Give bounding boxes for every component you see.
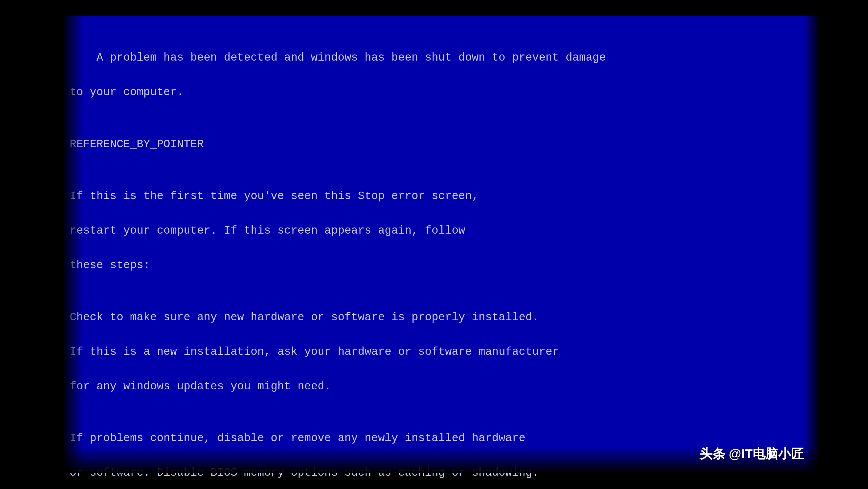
line2: to your computer. [70,86,184,99]
bsod-main-text: A problem has been detected and windows … [70,32,798,489]
watermark-text: 头条 @IT电脑小匠 [700,446,804,462]
line8: If this is a new installation, ask your … [70,346,559,358]
line4: If this is the first time you've seen th… [70,190,478,202]
line9: for any windows updates you might need. [70,380,331,393]
line1: A problem has been detected and windows … [96,51,606,64]
bsod-screen: A problem has been detected and windows … [49,16,819,473]
line3: REFERENCE_BY_POINTER [70,138,204,151]
dark-right-vignette [804,16,819,473]
dark-left-vignette [49,16,83,473]
line10: If problems continue, disable or remove … [70,432,525,445]
line5: restart your computer. If this screen ap… [70,224,465,237]
line7: Check to make sure any new hardware or s… [70,311,539,324]
